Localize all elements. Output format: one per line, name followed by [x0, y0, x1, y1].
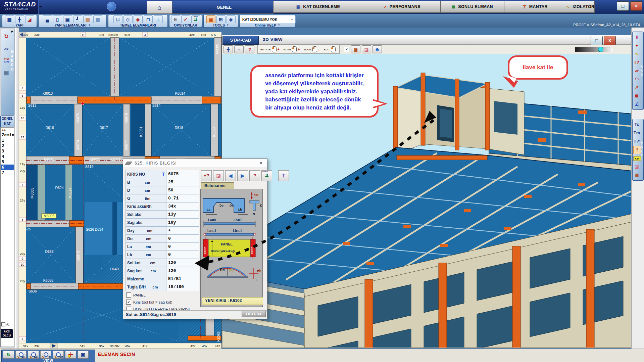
project-settings-icon[interactable]	[95, 2, 104, 11]
help-book-icon[interactable]: ◆	[227, 15, 236, 23]
home-view-icon[interactable]: ⌂	[234, 45, 244, 53]
maximize-button[interactable]: □	[591, 36, 603, 45]
axis-cross-icon[interactable]: +	[633, 42, 640, 49]
checklist-icon[interactable]: ✓	[181, 15, 190, 23]
find-page-icon[interactable]: ?	[249, 170, 260, 181]
close-3d-button[interactable]: X	[604, 36, 616, 45]
report-icon[interactable]	[119, 2, 128, 11]
expand-arrow-icon[interactable]: ▶	[11, 30, 13, 33]
viewer-3d-titlebar[interactable]: STA4-CAD 3D VIEW □ X	[222, 35, 632, 45]
brick-wall-icon[interactable]: ▤	[83, 15, 92, 23]
liste-button[interactable]: LISTE >>	[242, 311, 266, 317]
viewer-3d-canvas[interactable]: asansör platformu için kottaki kirişlerv…	[222, 54, 632, 348]
menu-collapse-icon[interactable]: ▶	[40, 5, 42, 8]
floor-list-item[interactable]: Zemin	[1, 132, 14, 138]
kat-izdusumu-dropdown[interactable]: KAT IZDUSUMU YOK ▼	[240, 16, 296, 23]
row-value-input[interactable]: 19/160	[166, 283, 199, 291]
row-value-input[interactable]: 18y	[166, 218, 199, 227]
l-beam-icon[interactable]: ┛	[73, 15, 82, 23]
save-icon[interactable]	[83, 2, 92, 11]
text-rotate-icon[interactable]: T↗	[633, 137, 640, 145]
rotate-plan-icon[interactable]: ↻	[2, 31, 11, 41]
floor-list-item[interactable]: 5	[1, 159, 14, 165]
slab-icon[interactable]: ▦	[93, 15, 102, 23]
mouse-mode[interactable]: ZOOM ↕	[304, 46, 320, 52]
new-file-icon[interactable]	[46, 2, 56, 11]
t-section-icon[interactable]: ⊤	[278, 170, 289, 181]
row-value-input[interactable]: 0.71	[166, 194, 199, 202]
row-value-input[interactable]: 120	[166, 259, 199, 267]
checkbox-icon[interactable]	[126, 292, 131, 298]
retaining-wall-icon[interactable]: ◢	[25, 15, 34, 23]
mouse-mode[interactable]: ROTATE +	[260, 46, 280, 52]
eraser-icon[interactable]: ◪	[362, 45, 371, 53]
minimize-button[interactable]: □	[617, 1, 629, 11]
section-view-icon[interactable]: ▣	[351, 45, 360, 53]
open-folder-icon[interactable]	[58, 2, 68, 11]
next-beam-icon[interactable]: ▶	[237, 170, 248, 181]
node-info-icon[interactable]: +?	[201, 170, 212, 181]
axis-angle-icon[interactable]: ∠	[633, 100, 640, 108]
row-value-input[interactable]: 50	[166, 186, 199, 194]
zoom-all-button[interactable]: ALL	[15, 351, 27, 359]
mouse-mode[interactable]: MOVE +	[284, 46, 300, 52]
axis-parallel-icon[interactable]: ‖	[633, 33, 640, 41]
checkbox-icon[interactable]: ✓	[126, 300, 131, 305]
column-section-icon[interactable]: ▣	[63, 15, 72, 23]
floor-list-item[interactable]: 3	[1, 148, 14, 154]
mouse-mode[interactable]: EDIT	[324, 46, 337, 52]
shade-slider[interactable]	[575, 47, 613, 52]
menu-tab[interactable]: ⊤ MANTAR	[504, 1, 566, 13]
menu-tab[interactable]: ▦ KAT DUZENLEME	[274, 1, 363, 13]
pile-cap-icon[interactable]: ◇	[123, 15, 133, 23]
close-button[interactable]: ×	[630, 1, 642, 11]
menu-tab[interactable]: ≣ SONLU ELEMAN	[441, 1, 504, 13]
dialog-checkbox[interactable]: ✓ Kiris (sol kot = sag kot)	[126, 299, 190, 306]
row-value-input[interactable]: E1/B1	[166, 275, 199, 283]
axis-quad-icon[interactable]: ▱	[633, 67, 640, 75]
dialog-titlebar[interactable]: 625. KIRIS BILGISI ×	[123, 159, 267, 168]
building-icon[interactable]: ▦	[5, 15, 14, 23]
zoom-in-button[interactable]: +IN	[40, 351, 51, 359]
render-checkbox[interactable]: ✓	[344, 47, 349, 52]
home-icon[interactable]: ⌂	[147, 1, 172, 14]
menu-tab[interactable]: GENEL	[172, 1, 274, 14]
frame-axes-icon[interactable]: ╂	[15, 15, 24, 23]
zoom-page-icon[interactable]: ⊕	[373, 45, 382, 53]
floor-list-item[interactable]: 1	[1, 138, 14, 143]
loads-icon[interactable]: LOADS ⇊	[191, 15, 200, 23]
aks-olcu-button[interactable]: AKSOLCU	[1, 329, 13, 338]
eraser-icon[interactable]: ◪	[213, 170, 224, 181]
copy-floor-icon[interactable]: ▣	[633, 171, 640, 179]
copy-blocks-icon[interactable]: ▣	[2, 67, 11, 78]
strip-footing-icon[interactable]: ⊓	[144, 15, 153, 23]
floor-list-item[interactable]: 4	[1, 154, 14, 159]
prev-beam-icon[interactable]: ◀	[225, 170, 236, 181]
axis-rotate-icon[interactable]: ↗	[633, 84, 640, 91]
plane-axes-icon[interactable]: ▱	[2, 43, 11, 53]
eraser-icon[interactable]: ◪	[633, 163, 640, 171]
column-icon[interactable]: ▯	[53, 15, 62, 23]
menu-tab[interactable]: ↗ PERFORMANS	[363, 1, 441, 13]
grid-frame-icon[interactable]: ⊞	[216, 15, 226, 23]
dialog-close-icon[interactable]: ×	[258, 160, 264, 166]
loads-icon[interactable]: LOADS ⇊	[261, 170, 272, 181]
row-value-input[interactable]: 13y	[166, 210, 199, 219]
floor-list-item[interactable]: 2	[1, 143, 14, 148]
floor-list-item[interactable]: 6	[1, 165, 14, 170]
find-element-icon[interactable]: ?	[245, 45, 254, 53]
sta4cad-tab[interactable]: STA4-CAD	[222, 36, 259, 45]
text-copy-icon[interactable]: Tc	[633, 121, 640, 128]
zoom-window-button[interactable]: WIN	[28, 351, 39, 359]
raft-foundation-icon[interactable]: ◆	[134, 15, 143, 23]
row-value-input[interactable]: +	[166, 226, 199, 235]
row-value-input[interactable]: 0	[166, 242, 199, 251]
refresh-icon[interactable]: ↻	[3, 351, 14, 359]
row-value-input[interactable]: 25	[166, 178, 199, 186]
axis-curve-icon[interactable]: ∿	[633, 50, 640, 58]
mushroom-column-icon[interactable]: ⊥	[154, 15, 163, 23]
axis-array-icon[interactable]: ≣	[633, 92, 640, 100]
row-value-input[interactable]: 120	[166, 267, 199, 275]
pan-button[interactable]: ▣	[78, 351, 89, 359]
slider-knob[interactable]	[598, 47, 603, 52]
